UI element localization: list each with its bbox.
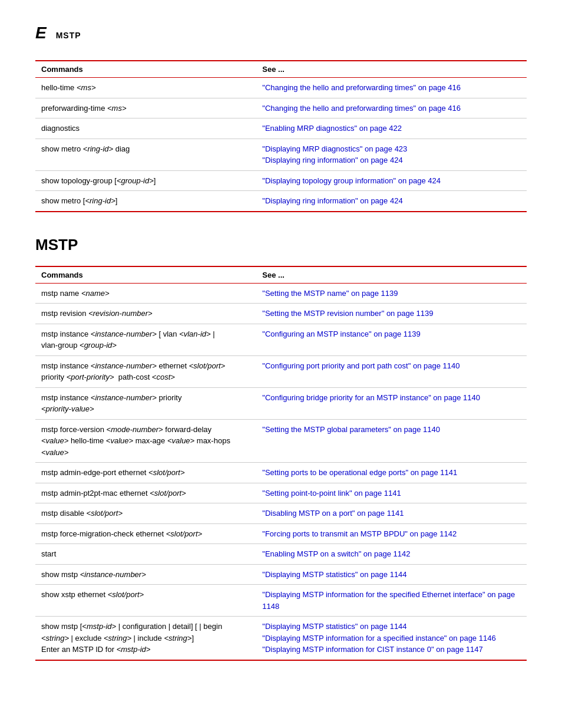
see-cell: "Setting the MSTP global parameters" on … [256,419,527,463]
table-row: mstp admin-edge-port ethernet <slot/port… [35,463,527,483]
see-link[interactable]: "Configuring bridge priority for an MSTP… [262,393,480,402]
cmd-cell: diagnostics [35,118,256,139]
cmd-cell: mstp admin-edge-port ethernet <slot/port… [35,463,256,483]
see-link[interactable]: "Setting ports to be operational edge po… [262,468,457,477]
see-link[interactable]: "Forcing ports to transmit an MSTP BPDU"… [262,529,457,538]
see-link[interactable]: "Displaying topology group information" … [262,176,441,185]
see-cell: "Configuring port priority and port path… [256,355,527,387]
mstp-section-title: MSTP [35,236,527,254]
cmd-cell: mstp name <name> [35,283,256,304]
table-row: mstp instance <instance-number> [ vlan <… [35,324,527,355]
see-link[interactable]: "Enabling MSTP on a switch" on page 1142 [262,549,410,558]
see-link[interactable]: "Changing the hello and preforwarding ti… [262,83,461,92]
table-row: start "Enabling MSTP on a switch" on pag… [35,544,527,565]
see-cell: "Setting point-to-point link" on page 11… [256,483,527,503]
see-link-1[interactable]: "Displaying MSTP statistics" on page 114… [262,622,406,631]
see-link[interactable]: "Setting point-to-point link" on page 11… [262,489,401,498]
cmd-cell: show metro <ring-id> diag [35,139,256,170]
table-row: mstp force-migration-check ethernet <slo… [35,523,527,544]
see-link-3[interactable]: "Displaying MSTP information for CIST in… [262,645,482,654]
cmd-cell: show mstp <instance-number> [35,564,256,585]
see-cell: "Enabling MRP diagnostics" on page 422 [256,118,527,139]
table-row: show mstp <instance-number> "Displaying … [35,564,527,585]
table-row: preforwarding-time <ms> "Changing the he… [35,98,527,118]
table-row: show mstp [<mstp-id> | configuration | d… [35,617,527,660]
table-row: mstp instance <instance-number> priority… [35,387,527,419]
table-row: mstp admin-pt2pt-mac ethernet <slot/port… [35,483,527,503]
cmd-cell: mstp force-version <mode-number> forward… [35,419,256,463]
page-header: E MSTP [35,24,527,42]
table-row: show metro [<ring-id>] "Displaying ring … [35,191,527,212]
see-cell: "Configuring bridge priority for an MSTP… [256,387,527,419]
see-cell: "Setting the MSTP name" on page 1139 [256,283,527,304]
see-link[interactable]: "Changing the hello and preforwarding ti… [262,104,461,113]
see-cell: "Changing the hello and preforwarding ti… [256,98,527,118]
see-link[interactable]: "Setting the MSTP global parameters" on … [262,425,440,434]
see-link[interactable]: "Setting the MSTP name" on page 1139 [262,289,398,298]
see-link[interactable]: "Enabling MRP diagnostics" on page 422 [262,124,402,133]
table-row: show xstp ethernet <slot/port> "Displayi… [35,585,527,617]
see-cell: "Configuring an MSTP instance" on page 1… [256,324,527,355]
see-cell: "Setting the MSTP revision number" on pa… [256,304,527,324]
cmd-cell: mstp instance <instance-number> ethernet… [35,355,256,387]
see-link[interactable]: "Configuring an MSTP instance" on page 1… [262,330,420,338]
see-cell: "Forcing ports to transmit an MSTP BPDU"… [256,523,527,544]
cmd-cell: show metro [<ring-id>] [35,191,256,212]
cmd-cell: show topology-group [<group-id>] [35,170,256,191]
mstp-col2-header: See ... [256,266,527,284]
see-link-2[interactable]: "Displaying ring information" on page 42… [262,156,402,164]
see-link[interactable]: "Setting the MSTP revision number" on pa… [262,309,433,318]
cmd-cell: show xstp ethernet <slot/port> [35,585,256,617]
cmd-cell: mstp instance <instance-number> [ vlan <… [35,324,256,355]
see-cell: "Enabling MSTP on a switch" on page 1142 [256,544,527,565]
table-row: mstp force-version <mode-number> forward… [35,419,527,463]
cmd-cell: hello-time <ms> [35,78,256,98]
see-link-2[interactable]: "Displaying MSTP information for a speci… [262,634,495,643]
cmd-cell: mstp revision <revision-number> [35,304,256,324]
see-cell: "Disabling MSTP on a port" on page 1141 [256,503,527,524]
table-row: mstp disable <slot/port> "Disabling MSTP… [35,503,527,524]
mstp-col1-header: Commands [35,266,256,284]
mstp-commands-table: Commands See ... mstp name <name> "Setti… [35,266,527,661]
see-cell: "Displaying MSTP statistics" on page 114… [256,617,527,660]
cmd-cell: mstp admin-pt2pt-mac ethernet <slot/port… [35,483,256,503]
see-cell: "Changing the hello and preforwarding ti… [256,78,527,98]
see-link[interactable]: "Displaying MSTP statistics" on page 114… [262,570,406,579]
table-row: show metro <ring-id> diag "Displaying MR… [35,139,527,170]
see-link[interactable]: "Displaying ring information" on page 42… [262,196,402,205]
see-link[interactable]: "Displaying MSTP information for the spe… [262,590,515,611]
col2-header: See ... [256,61,527,78]
cmd-cell: mstp force-migration-check ethernet <slo… [35,523,256,544]
cmd-cell: show mstp [<mstp-id> | configuration | d… [35,617,256,660]
table-row: mstp name <name> "Setting the MSTP name"… [35,283,527,304]
col1-header: Commands [35,61,256,78]
see-cell: "Displaying topology group information" … [256,170,527,191]
cmd-cell: start [35,544,256,565]
see-cell: "Displaying MRP diagnostics" on page 423… [256,139,527,170]
see-cell: "Setting ports to be operational edge po… [256,463,527,483]
table-row: mstp revision <revision-number> "Setting… [35,304,527,324]
see-link[interactable]: "Disabling MSTP on a port" on page 1141 [262,509,404,518]
header-title: MSTP [56,31,81,40]
table-row: diagnostics "Enabling MRP diagnostics" o… [35,118,527,139]
cmd-cell: mstp instance <instance-number> priority… [35,387,256,419]
table-row: mstp instance <instance-number> ethernet… [35,355,527,387]
see-link[interactable]: "Configuring port priority and port path… [262,361,459,370]
see-cell: "Displaying MSTP information for the spe… [256,585,527,617]
table-row: show topology-group [<group-id>] "Displa… [35,170,527,191]
cmd-cell: preforwarding-time <ms> [35,98,256,118]
see-link-1[interactable]: "Displaying MRP diagnostics" on page 423 [262,144,407,153]
see-cell: "Displaying MSTP statistics" on page 114… [256,564,527,585]
mrp-commands-table: Commands See ... hello-time <ms> "Changi… [35,60,527,212]
header-letter: E [35,24,47,42]
see-cell: "Displaying ring information" on page 42… [256,191,527,212]
table-row: hello-time <ms> "Changing the hello and … [35,78,527,98]
cmd-cell: mstp disable <slot/port> [35,503,256,524]
